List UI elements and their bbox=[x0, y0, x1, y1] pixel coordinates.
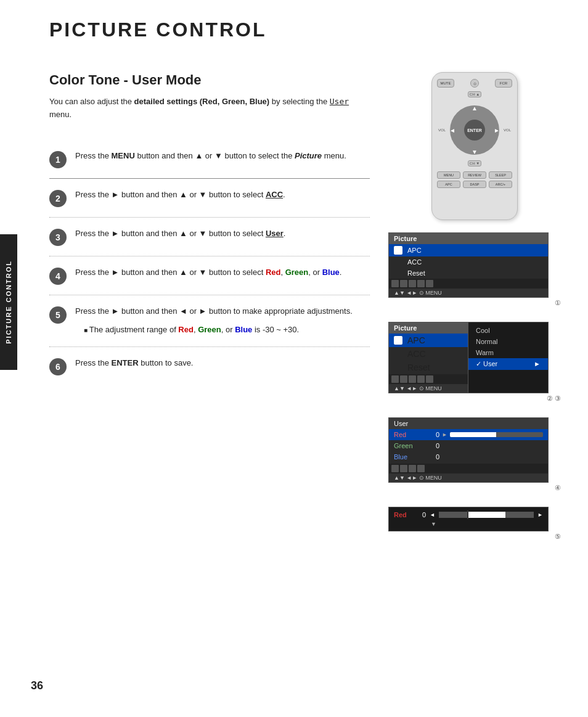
left-column: Color Tone - User Mode You can also adju… bbox=[49, 72, 370, 555]
panel-2-3: Picture APC ACC Reset bbox=[388, 322, 561, 403]
page-number: 36 bbox=[31, 679, 43, 692]
vol-label-left: VOL bbox=[438, 128, 446, 132]
step-text-6: Press the ENTER button to save. bbox=[75, 357, 370, 370]
tv-menu-1-header: Picture bbox=[389, 233, 548, 244]
step-2: 2 Press the ► button and then ▲ or ▼ but… bbox=[49, 179, 370, 218]
tv-submenu-left-apc-label: APC bbox=[407, 335, 425, 345]
diagram-label-2-3: ② ③ bbox=[388, 395, 561, 403]
user-panel-red-row: Red 0 ► bbox=[389, 429, 548, 440]
tv-submenu-right-2: Cool Normal Warm ✓ User ► bbox=[468, 322, 549, 393]
section-intro: You can also adjust the detailed setting… bbox=[49, 96, 370, 121]
tv-menu-1-nav: ▲▼ ◄► ⊙ MENU bbox=[389, 289, 548, 297]
red-bar-row: Red 0 ◄ ► bbox=[394, 511, 543, 518]
step-num-5: 5 bbox=[49, 306, 67, 324]
tv-submenu-2: Picture APC ACC Reset bbox=[388, 322, 561, 393]
remote-control: MUTE ⊙ FCR CH ▲ VOL ENTER ▲ ▼ bbox=[431, 72, 518, 220]
tv-submenu-left-2-header: Picture bbox=[389, 322, 468, 334]
remote-container: MUTE ⊙ FCR CH ▲ VOL ENTER ▲ ▼ bbox=[388, 72, 561, 220]
dpad-up-arrow: ▲ bbox=[472, 105, 478, 112]
tv-submenu-left-2-reset: Reset bbox=[389, 361, 468, 374]
user-panel-red-label: Red bbox=[394, 431, 425, 438]
ch-up-row: CH ▲ bbox=[437, 91, 512, 97]
tv-submenu-icon bbox=[394, 336, 402, 345]
red-bar-label: Red bbox=[394, 511, 412, 518]
user-panel-blue-label: Blue bbox=[394, 453, 425, 461]
step-text-5: Press the ► button and then ◄ or ► butto… bbox=[75, 305, 370, 337]
remote-bottom-row-2: APC DASP ARC/+ bbox=[437, 181, 512, 188]
arc-button: ARC/+ bbox=[489, 181, 512, 188]
red-bar-down-arrow: ▼ bbox=[394, 521, 543, 527]
tv-submenu-left-reset-label: Reset bbox=[407, 363, 430, 372]
diagram-label-4: ④ bbox=[388, 484, 561, 492]
red-bar-outer bbox=[439, 512, 534, 518]
step-text-3: Press the ► button and then ▲ or ▼ butto… bbox=[75, 227, 370, 240]
dpad-down-arrow: ▼ bbox=[472, 149, 478, 155]
tv-submenu-user: ✓ User ► bbox=[468, 358, 548, 370]
panel-4: User Red 0 ► Green 0 Blue bbox=[388, 417, 561, 492]
right-column: MUTE ⊙ FCR CH ▲ VOL ENTER ▲ ▼ bbox=[388, 72, 561, 555]
tv-menu-1-row-acc: ACC bbox=[389, 256, 548, 268]
red-bar-panel: Red 0 ◄ ► ▼ bbox=[388, 507, 549, 531]
tv-submenu-left-2: Picture APC ACC Reset bbox=[388, 322, 468, 393]
ch-up-button: CH ▲ bbox=[468, 91, 481, 97]
tv-menu-1-apc: APC bbox=[407, 247, 422, 254]
tv-submenu-left-2-apc: APC bbox=[389, 334, 468, 347]
dasp-button: DASP bbox=[463, 181, 486, 188]
diagram-label-5: ⑤ bbox=[388, 533, 561, 541]
user-panel-blue-row: Blue 0 bbox=[389, 451, 548, 462]
intro-text-1: You can also adjust the detailed setting… bbox=[49, 97, 349, 119]
side-tab-label: PICTURE CONTROL bbox=[5, 260, 12, 344]
tv-menu-1-reset: Reset bbox=[407, 269, 425, 277]
user-panel-green-row: Green 0 bbox=[389, 440, 548, 451]
vol-label-right: VOL bbox=[504, 128, 511, 132]
user-panel-red-bar bbox=[450, 432, 543, 437]
section-heading: Color Tone - User Mode bbox=[49, 72, 370, 88]
user-panel-red-bar-fill bbox=[450, 432, 497, 437]
user-panel-green-label: Green bbox=[394, 442, 425, 449]
step-text-2: Press the ► button and then ▲ or ▼ butto… bbox=[75, 189, 370, 202]
tv-menu-1-row-apc: APC bbox=[389, 244, 548, 256]
ch-down-button: CH ▼ bbox=[468, 160, 481, 166]
step-text-4: Press the ► button and then ▲ or ▼ butto… bbox=[75, 266, 370, 279]
step-4: 4 Press the ► button and then ▲ or ▼ but… bbox=[49, 256, 370, 295]
step-num-6: 6 bbox=[49, 358, 67, 375]
side-tab: PICTURE CONTROL bbox=[0, 234, 17, 370]
tv-submenu-user-label: ✓ User bbox=[476, 360, 497, 368]
review-button: REVIEW bbox=[463, 171, 486, 179]
remote-top-row: MUTE ⊙ FCR bbox=[437, 79, 512, 88]
tv-submenu-2-nav: ▲▼ ◄► ⊙ MENU bbox=[389, 384, 468, 393]
bullet-note-5: The adjustment range of Red, Green, or B… bbox=[75, 324, 370, 337]
panel-5: Red 0 ◄ ► ▼ ⑤ bbox=[388, 507, 561, 541]
step-1: 1 Press the MENU button and then ▲ or ▼ … bbox=[49, 140, 370, 179]
tv-submenu-user-arrow: ► bbox=[534, 360, 541, 368]
page-title: PICTURE CONTROL bbox=[49, 18, 570, 47]
red-bar-arrow-right: ► bbox=[537, 512, 543, 518]
tv-menu-1-acc: ACC bbox=[407, 258, 422, 266]
panel-1: Picture APC ACC Reset bbox=[388, 232, 561, 307]
step-num-1: 1 bbox=[49, 151, 67, 168]
fcr-button: FCR bbox=[495, 79, 512, 88]
main-content: PICTURE CONTROL Color Tone - User Mode Y… bbox=[31, 0, 588, 574]
red-bar-inner bbox=[467, 512, 505, 518]
tv-submenu-left-acc-label: ACC bbox=[407, 349, 426, 359]
step-num-3: 3 bbox=[49, 229, 67, 246]
tv-submenu-normal: Normal bbox=[468, 336, 548, 347]
sleep-button: SLEEP bbox=[489, 171, 512, 179]
columns-container: Color Tone - User Mode You can also adju… bbox=[49, 72, 570, 555]
user-panel-header: User bbox=[389, 418, 548, 429]
user-panel-green-value: 0 bbox=[427, 442, 439, 449]
user-panel-blue-value: 0 bbox=[427, 453, 439, 461]
user-panel-red-arrow: ► bbox=[442, 432, 447, 438]
dpad-right-arrow: ► bbox=[494, 127, 500, 134]
tv-menu-1-row-reset: Reset bbox=[389, 268, 548, 279]
step-num-2: 2 bbox=[49, 190, 67, 207]
step-text-1: Press the MENU button and then ▲ or ▼ bu… bbox=[75, 150, 370, 163]
diagram-label-1: ① bbox=[388, 299, 561, 307]
step-3: 3 Press the ► button and then ▲ or ▼ but… bbox=[49, 218, 370, 256]
red-bar-cursor bbox=[467, 510, 468, 519]
tv-submenu-cool: Cool bbox=[468, 325, 548, 336]
dpad-left-arrow: ◄ bbox=[449, 127, 455, 134]
remote-bottom-row-1: MENU REVIEW SLEEP bbox=[437, 171, 512, 179]
step-6: 6 Press the ENTER button to save. bbox=[49, 347, 370, 385]
red-bar-value: 0 bbox=[416, 511, 426, 518]
